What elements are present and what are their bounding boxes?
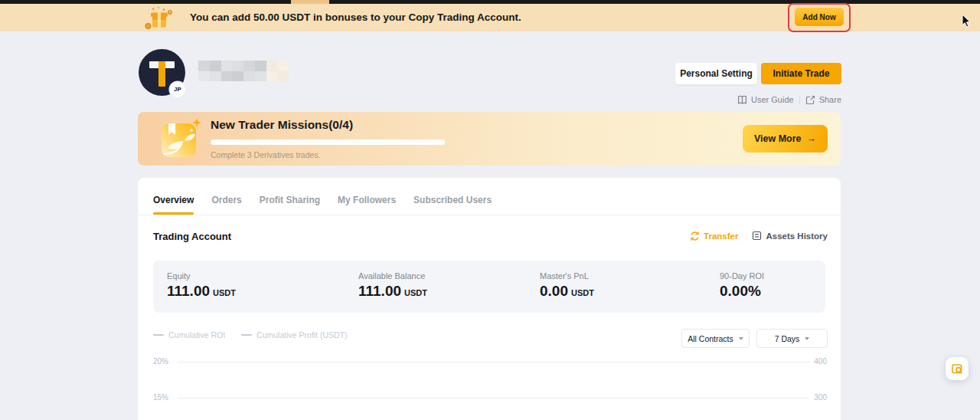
chart-legend: Cumulative ROI Cumulative Profit (USDT) <box>153 330 348 340</box>
trading-account-title: Trading Account <box>153 231 231 242</box>
transfer-link[interactable]: Transfer <box>690 231 738 241</box>
missions-subtitle: Complete 3 Derivatives trades. <box>211 150 321 159</box>
legend-cumulative-roi: Cumulative ROI <box>153 330 225 340</box>
tab-subscribed-users[interactable]: Subscribed Users <box>413 194 492 206</box>
y-axis-left-tick: 20% <box>153 357 168 366</box>
legend-cumulative-profit: Cumulative Profit (USDT) <box>241 330 347 340</box>
missions-title: New Trader Missions(0/4) <box>211 118 353 132</box>
y-axis-right-tick: 400 <box>814 357 827 366</box>
missions-banner: New Trader Missions(0/4) Complete 3 Deri… <box>138 112 841 166</box>
initiate-trade-button[interactable]: Initiate Trade <box>761 63 841 84</box>
stats-panel: Equity 111.00USDT Available Balance 111.… <box>153 261 825 313</box>
search-document-icon <box>951 363 964 376</box>
trading-account-actions: Transfer Assets History <box>690 231 828 241</box>
chevron-down-icon <box>739 337 743 340</box>
mouse-cursor <box>962 15 972 28</box>
tab-overview[interactable]: Overview <box>153 194 194 206</box>
avatar-logo-stem <box>158 61 165 87</box>
share-link[interactable]: Share <box>805 95 841 105</box>
missions-book-icon <box>156 116 204 162</box>
chevron-down-icon <box>805 337 809 340</box>
bonus-banner-message: You can add 50.00 USDT in bonuses to you… <box>190 4 521 31</box>
book-icon <box>737 95 747 105</box>
line-swatch <box>241 334 252 336</box>
user-guide-link[interactable]: User Guide <box>737 95 794 105</box>
main-card: Overview Orders Profit Sharing My Follow… <box>138 178 841 420</box>
tab-divider <box>138 215 841 215</box>
add-now-button[interactable]: Add Now <box>795 8 844 26</box>
view-more-button[interactable]: View More → <box>743 125 828 153</box>
tab-orders[interactable]: Orders <box>211 194 241 206</box>
missions-progress-bar <box>211 139 445 145</box>
contract-filter-dropdown[interactable]: All Contracts <box>681 329 750 348</box>
share-icon <box>805 95 815 105</box>
tab-my-followers[interactable]: My Followers <box>338 194 396 206</box>
transfer-icon <box>690 231 700 241</box>
personal-setting-button[interactable]: Personal Setting <box>675 63 757 84</box>
line-swatch <box>153 334 164 336</box>
username-blurred <box>198 61 289 81</box>
divider <box>799 95 800 104</box>
tab-profit-sharing[interactable]: Profit Sharing <box>260 194 320 206</box>
gridline <box>178 398 809 399</box>
country-badge: JP <box>170 82 185 97</box>
header-links: User Guide Share <box>737 94 841 106</box>
y-axis-right-tick: 300 <box>814 393 827 402</box>
feedback-survey-button[interactable] <box>946 357 969 380</box>
gridline <box>178 362 809 363</box>
gift-icon <box>145 6 174 31</box>
period-filter-dropdown[interactable]: 7 Days <box>756 329 828 348</box>
tab-bar: Overview Orders Profit Sharing My Follow… <box>153 194 492 206</box>
bonus-banner: You can add 50.00 USDT in bonuses to you… <box>0 4 980 31</box>
arrow-right-icon: → <box>807 133 817 144</box>
assets-history-icon <box>752 231 762 241</box>
assets-history-link[interactable]: Assets History <box>752 231 828 241</box>
y-axis-left-tick: 15% <box>153 393 168 402</box>
